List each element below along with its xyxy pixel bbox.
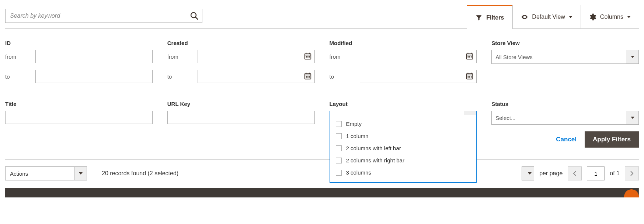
svg-rect-20 [307, 77, 309, 78]
apply-filters-button[interactable]: Apply Filters [585, 131, 639, 148]
pager: per page of 1 [522, 166, 639, 180]
filter-store-view-label: Store View [491, 40, 639, 46]
grid-controls: Actions 20 records found (2 selected) pe… [5, 166, 639, 180]
svg-rect-38 [471, 76, 472, 77]
svg-rect-29 [468, 58, 469, 58]
chevron-down-icon [569, 16, 572, 18]
chevron-right-icon [630, 171, 634, 176]
to-label: to [330, 73, 360, 80]
search-icon[interactable] [190, 11, 199, 20]
chevron-down-icon [626, 111, 638, 124]
svg-rect-41 [471, 77, 472, 78]
svg-rect-11 [309, 58, 310, 58]
svg-rect-40 [469, 77, 470, 78]
prev-page-button[interactable] [568, 166, 582, 180]
filter-title-label: Title [5, 101, 153, 107]
filter-id-label: ID [5, 40, 153, 46]
filter-created-label: Created [167, 40, 315, 46]
records-found: 20 records found (2 selected) [102, 170, 178, 177]
columns-button[interactable]: Columns [581, 5, 639, 29]
columns-label: Columns [600, 14, 623, 20]
id-from-input[interactable] [35, 50, 153, 63]
search-input[interactable] [5, 9, 202, 23]
filter-title: Title [5, 101, 153, 125]
svg-rect-27 [469, 56, 470, 57]
filter-id: ID from to [5, 40, 153, 90]
svg-rect-17 [307, 76, 309, 77]
svg-rect-18 [309, 76, 310, 77]
created-from-input[interactable] [198, 50, 315, 63]
svg-rect-10 [307, 58, 309, 58]
svg-rect-21 [309, 77, 310, 78]
filter-actions: Cancel Apply Filters [5, 131, 639, 148]
cancel-button[interactable]: Cancel [556, 136, 577, 143]
filter-layout: Layout Select... Empty 1 column 2 column… [330, 101, 477, 125]
checkbox-icon [336, 121, 342, 127]
filter-panel: ID from to Created from [5, 29, 639, 151]
checkbox-icon [336, 170, 342, 176]
layout-option-label: Empty [346, 121, 362, 127]
from-label: from [330, 54, 360, 60]
svg-rect-16 [306, 76, 307, 77]
svg-rect-8 [309, 56, 310, 57]
title-input[interactable] [5, 111, 153, 124]
svg-rect-31 [471, 58, 472, 58]
layout-option-2col-right[interactable]: 2 columns with right bar [330, 154, 477, 166]
filter-url-key: URL Key [167, 101, 315, 125]
toolbar-right: Filters Default View Columns [467, 5, 639, 29]
checkbox-icon [336, 158, 342, 163]
checkbox-icon [336, 133, 342, 139]
modified-to-input[interactable] [360, 70, 477, 83]
svg-rect-9 [306, 58, 307, 58]
created-to-input[interactable] [198, 70, 315, 83]
layout-option-1col[interactable]: 1 column [330, 130, 477, 142]
layout-option-empty[interactable]: Empty [330, 118, 477, 130]
default-view-label: Default View [532, 14, 565, 20]
svg-rect-19 [306, 77, 307, 78]
chevron-down-icon [528, 172, 532, 175]
layout-option-3col[interactable]: 3 columns [330, 166, 477, 179]
status-placeholder: Select... [492, 115, 626, 121]
svg-point-0 [191, 13, 196, 18]
status-select[interactable]: Select... [491, 111, 639, 125]
calendar-icon[interactable] [304, 72, 312, 80]
store-view-value: All Store Views [492, 54, 626, 60]
calendar-icon[interactable] [466, 72, 474, 80]
actions-select[interactable]: Actions [5, 166, 87, 180]
per-page-select[interactable] [522, 166, 534, 180]
to-label: to [5, 73, 35, 80]
modified-from-input[interactable] [360, 50, 477, 63]
layout-option-label: 2 columns with right bar [346, 157, 404, 163]
next-page-button[interactable] [625, 166, 639, 180]
layout-option-label: 3 columns [346, 169, 371, 176]
page-input[interactable] [587, 166, 605, 180]
layout-option-label: 2 columns with left bar [346, 145, 401, 151]
toolbar: Filters Default View Columns [5, 5, 639, 29]
svg-rect-6 [306, 56, 307, 57]
svg-rect-39 [468, 77, 469, 78]
filter-status: Status Select... [491, 101, 639, 125]
svg-rect-26 [468, 56, 469, 57]
svg-line-1 [195, 17, 198, 20]
svg-rect-30 [469, 58, 470, 58]
svg-rect-37 [469, 76, 470, 77]
filter-created: Created from to [167, 40, 315, 90]
grid-header-strip [5, 188, 639, 197]
from-label: from [167, 54, 198, 60]
store-view-select[interactable]: All Store Views [491, 50, 639, 64]
filters-button[interactable]: Filters [467, 5, 512, 29]
checkbox-icon [336, 145, 342, 151]
default-view-button[interactable]: Default View [512, 5, 581, 29]
calendar-icon[interactable] [304, 52, 312, 60]
filter-icon [475, 14, 483, 21]
svg-rect-7 [307, 56, 309, 57]
actions-label: Actions [6, 170, 74, 177]
calendar-icon[interactable] [466, 52, 474, 60]
url-key-input[interactable] [167, 111, 315, 124]
chevron-down-icon [627, 16, 631, 18]
svg-rect-36 [468, 76, 469, 77]
divider [5, 159, 639, 160]
id-to-input[interactable] [35, 70, 153, 83]
to-label: to [167, 73, 198, 80]
layout-option-2col-left[interactable]: 2 columns with left bar [330, 142, 477, 154]
